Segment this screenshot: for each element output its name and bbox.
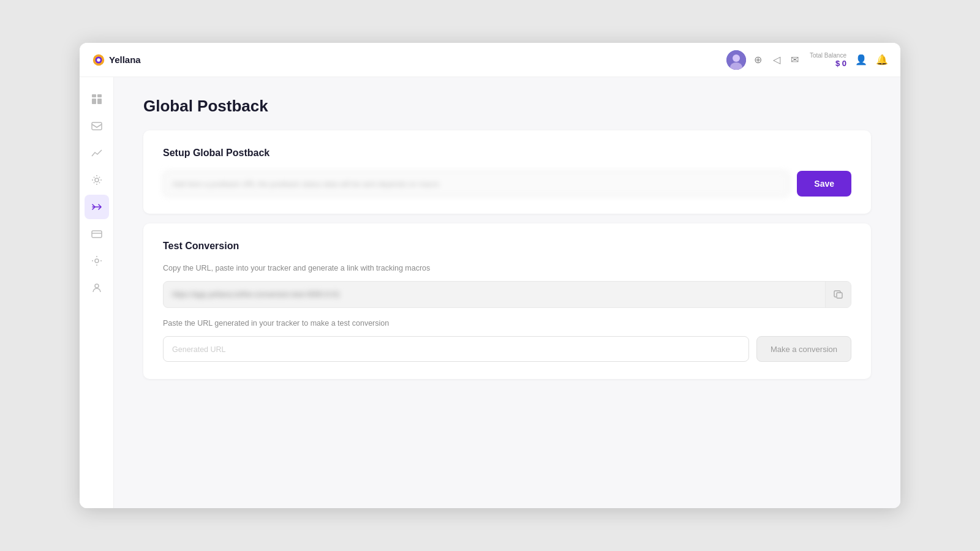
bell-icon[interactable]: 🔔 bbox=[876, 54, 888, 66]
svg-point-14 bbox=[95, 284, 99, 288]
svg-point-2 bbox=[97, 58, 100, 62]
sidebar-item-postback[interactable] bbox=[85, 195, 109, 219]
balance-label: Total Balance bbox=[810, 52, 846, 59]
app-window: Yellana ⊕ ◁ ✉ Total Balance $ 0 👤 bbox=[80, 43, 900, 508]
sidebar bbox=[80, 77, 114, 508]
back-icon[interactable]: ◁ bbox=[771, 54, 783, 66]
setup-card-title: Setup Global Postback bbox=[163, 148, 851, 159]
copy-url-button[interactable] bbox=[825, 282, 851, 307]
tracking-url-display: https://app.yellana.io/the-conversion-te… bbox=[164, 282, 825, 307]
sidebar-item-settings[interactable] bbox=[85, 168, 109, 192]
logo-text: Yellana bbox=[109, 54, 141, 65]
balance-amount: $ 0 bbox=[810, 59, 846, 68]
svg-point-13 bbox=[95, 259, 99, 263]
paste-row: Make a conversion bbox=[163, 336, 851, 362]
test-card-title: Test Conversion bbox=[163, 241, 851, 252]
save-button[interactable]: Save bbox=[797, 171, 851, 197]
page-title: Global Postback bbox=[143, 97, 871, 116]
copy-icon bbox=[834, 290, 843, 299]
svg-rect-8 bbox=[92, 99, 96, 104]
svg-rect-10 bbox=[92, 122, 102, 130]
body: Global Postback Setup Global Postback Sa… bbox=[80, 77, 900, 508]
logo: Yellana bbox=[92, 53, 141, 67]
mail-icon[interactable]: ✉ bbox=[789, 54, 801, 66]
sidebar-item-analytics[interactable] bbox=[85, 141, 109, 165]
sidebar-item-config[interactable] bbox=[85, 249, 109, 273]
main-content: Global Postback Setup Global Postback Sa… bbox=[114, 77, 900, 508]
balance-section: Total Balance $ 0 bbox=[810, 52, 846, 68]
user-icon[interactable]: 👤 bbox=[855, 54, 867, 66]
svg-rect-12 bbox=[92, 231, 102, 238]
header-right: ⊕ ◁ ✉ Total Balance $ 0 👤 🔔 bbox=[726, 50, 888, 70]
generated-url-input[interactable] bbox=[163, 336, 749, 362]
svg-rect-9 bbox=[97, 99, 102, 104]
svg-point-4 bbox=[733, 54, 740, 62]
header: Yellana ⊕ ◁ ✉ Total Balance $ 0 👤 bbox=[80, 43, 900, 77]
svg-point-11 bbox=[95, 178, 99, 182]
copy-url-description: Copy the URL, paste into your tracker an… bbox=[163, 264, 851, 272]
sidebar-item-dashboard[interactable] bbox=[85, 87, 109, 111]
sidebar-item-messages[interactable] bbox=[85, 114, 109, 138]
avatar[interactable] bbox=[726, 50, 746, 70]
svg-rect-6 bbox=[92, 94, 96, 97]
signal-icon[interactable]: ⊕ bbox=[752, 54, 764, 66]
paste-url-description: Paste the URL generated in your tracker … bbox=[163, 319, 851, 328]
svg-rect-7 bbox=[97, 94, 102, 97]
sidebar-item-profile[interactable] bbox=[85, 276, 109, 300]
test-conversion-card: Test Conversion Copy the URL, paste into… bbox=[143, 223, 871, 379]
logo-icon bbox=[92, 53, 105, 67]
setup-input-row: Save bbox=[163, 171, 851, 197]
header-actions: ⊕ ◁ ✉ bbox=[726, 50, 801, 70]
setup-postback-card: Setup Global Postback Save bbox=[143, 130, 871, 214]
url-copy-row: https://app.yellana.io/the-conversion-te… bbox=[163, 281, 851, 308]
svg-rect-15 bbox=[837, 293, 842, 298]
sidebar-item-payments[interactable] bbox=[85, 222, 109, 246]
postback-url-input[interactable] bbox=[163, 171, 790, 197]
make-conversion-button[interactable]: Make a conversion bbox=[756, 336, 851, 362]
